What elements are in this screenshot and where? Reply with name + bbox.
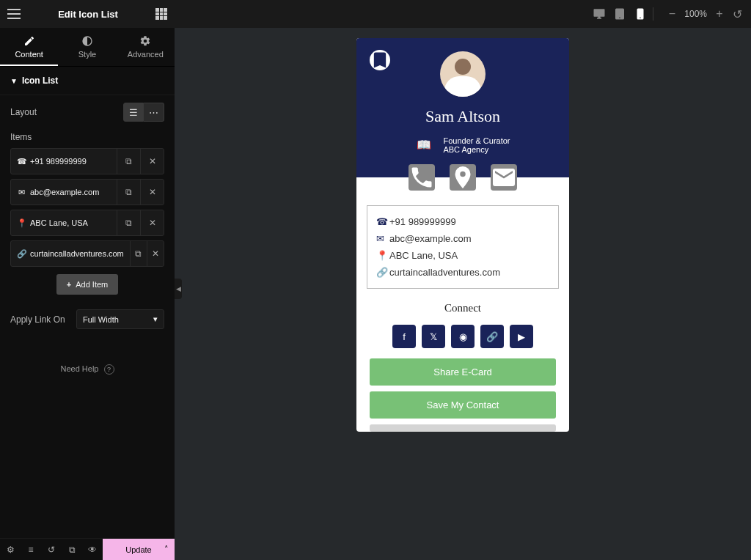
layout-inline-button[interactable]: ⋯: [144, 103, 164, 122]
location-button[interactable]: [450, 164, 476, 191]
website-button[interactable]: 🔗: [480, 325, 504, 348]
apply-link-select[interactable]: Full Width ▾: [76, 309, 164, 329]
zoom-value: 100%: [684, 9, 707, 19]
social-row: f 𝕏 ◉ 🔗 ▶: [356, 325, 569, 348]
add-item-button[interactable]: + Add Item: [56, 274, 118, 295]
share-label: Share E-Card: [433, 366, 491, 377]
responsive-icon[interactable]: ⧉: [62, 539, 82, 560]
widgets-grid-icon[interactable]: [155, 8, 167, 20]
map-pin-icon: 📍: [17, 218, 26, 228]
book-icon: [415, 138, 433, 152]
item-text: abc@example.com: [30, 188, 99, 196]
canvas: Sam Altson Founder & Curator ABC Agency …: [175, 28, 751, 560]
phone-icon: ☎: [17, 157, 26, 166]
item-text: curtaincalladventures.com: [30, 249, 124, 258]
top-bar: − 100% + ↺: [175, 0, 751, 28]
youtube-button[interactable]: ▶: [510, 325, 533, 348]
bookmark-icon[interactable]: [370, 50, 390, 70]
save-contact-button[interactable]: Save My Contact: [370, 391, 556, 419]
link-icon: 🔗: [17, 249, 26, 259]
zoom-in-button[interactable]: +: [714, 7, 725, 21]
caret-down-icon: ▼: [10, 77, 18, 85]
avatar: [440, 51, 486, 97]
list-item[interactable]: 🔗curtaincalladventures.com: [376, 264, 549, 281]
remove-button[interactable]: ✕: [140, 149, 164, 174]
share-ecard-button[interactable]: Share E-Card: [370, 358, 556, 386]
update-button[interactable]: Update ˄: [103, 539, 175, 560]
menu-icon[interactable]: [7, 9, 21, 19]
remove-button[interactable]: ✕: [140, 210, 164, 235]
connect-heading: Connect: [356, 302, 569, 314]
instagram-button[interactable]: ◉: [451, 325, 475, 348]
sidebar-header: Edit Icon List: [0, 0, 175, 28]
role-title: Founder & Curator: [443, 136, 510, 145]
select-value: Full Width: [83, 315, 119, 324]
item-text: ABC Lane, USA: [30, 218, 88, 227]
history-icon[interactable]: ↺: [41, 539, 62, 560]
mobile-device-button[interactable]: [634, 7, 647, 21]
pencil-icon: [23, 35, 35, 47]
item-text: curtaincalladventures.com: [389, 267, 500, 278]
need-help-link[interactable]: Need Help ?: [0, 335, 175, 404]
save-label: Save My Contact: [427, 399, 499, 410]
contact-buttons: [356, 164, 569, 191]
duplicate-button[interactable]: ⧉: [117, 210, 140, 235]
map-pin-icon: 📍: [376, 250, 389, 261]
navigator-icon[interactable]: ≡: [21, 539, 41, 560]
tab-style[interactable]: Style: [58, 28, 116, 66]
tab-style-label: Style: [78, 50, 96, 59]
email-button[interactable]: [491, 164, 517, 191]
preview-icon-list[interactable]: ☎+91 989999999 ✉abc@example.com 📍ABC Lan…: [367, 205, 559, 289]
need-help-label: Need Help: [60, 364, 98, 373]
item-text: +91 989999999: [30, 157, 87, 166]
list-item[interactable]: ✉abc@example.com ⧉ ✕: [10, 179, 164, 205]
section-icon-list[interactable]: ▼ Icon List: [0, 67, 175, 95]
desktop-device-button[interactable]: [593, 7, 606, 21]
phone-button[interactable]: [409, 164, 435, 191]
main-area: − 100% + ↺ Sam Altson Founder & Curator …: [175, 0, 751, 560]
contrast-icon: [81, 35, 93, 47]
mobile-preview: Sam Altson Founder & Curator ABC Agency …: [356, 38, 569, 432]
placeholder-bar: [370, 424, 556, 432]
list-item[interactable]: 🔗curtaincalladventures.com ⧉ ✕: [10, 240, 164, 267]
device-switcher: [593, 7, 653, 21]
preview-icon[interactable]: 👁: [82, 539, 103, 560]
list-item[interactable]: ✉abc@example.com: [376, 230, 549, 247]
tablet-device-button[interactable]: [613, 7, 626, 21]
phone-icon: ☎: [376, 216, 389, 227]
remove-button[interactable]: ✕: [147, 241, 164, 266]
settings-icon[interactable]: ⚙: [0, 539, 21, 560]
item-text: abc@example.com: [389, 233, 471, 244]
list-item[interactable]: 📍ABC Lane, USA ⧉ ✕: [10, 210, 164, 236]
list-item[interactable]: ☎+91 989999999 ⧉ ✕: [10, 148, 164, 174]
sidebar-footer: ⚙ ≡ ↺ ⧉ 👁 Update ˄: [0, 538, 175, 560]
items-label: Items: [0, 129, 175, 148]
apply-link-label: Apply Link On: [10, 314, 76, 325]
gear-icon: [139, 35, 151, 47]
update-label: Update: [125, 545, 151, 554]
item-text: +91 989999999: [389, 216, 456, 227]
layout-list-button[interactable]: ☰: [123, 103, 144, 122]
envelope-icon: ✉: [376, 233, 389, 244]
list-item[interactable]: ☎+91 989999999: [376, 213, 549, 230]
tab-content[interactable]: Content: [0, 28, 58, 66]
tab-content-label: Content: [15, 50, 43, 59]
section-label: Icon List: [22, 75, 58, 86]
zoom-out-button[interactable]: −: [667, 7, 677, 21]
duplicate-button[interactable]: ⧉: [117, 149, 140, 174]
list-item[interactable]: 📍ABC Lane, USA: [376, 247, 549, 264]
duplicate-button[interactable]: ⧉: [117, 180, 140, 205]
undo-button[interactable]: ↺: [732, 7, 742, 21]
help-icon: ?: [104, 364, 114, 375]
twitter-button[interactable]: 𝕏: [422, 325, 445, 348]
duplicate-button[interactable]: ⧉: [130, 241, 147, 266]
facebook-button[interactable]: f: [392, 325, 416, 348]
remove-button[interactable]: ✕: [140, 180, 164, 205]
layout-label: Layout: [10, 107, 37, 117]
card-name: Sam Altson: [356, 107, 569, 126]
editor-sidebar: Edit Icon List Content Style Advanced ▼ …: [0, 0, 175, 560]
tab-advanced[interactable]: Advanced: [117, 28, 175, 66]
tab-advanced-label: Advanced: [128, 50, 164, 59]
envelope-icon: ✉: [17, 188, 26, 197]
layout-toggle: ☰ ⋯: [123, 103, 164, 122]
